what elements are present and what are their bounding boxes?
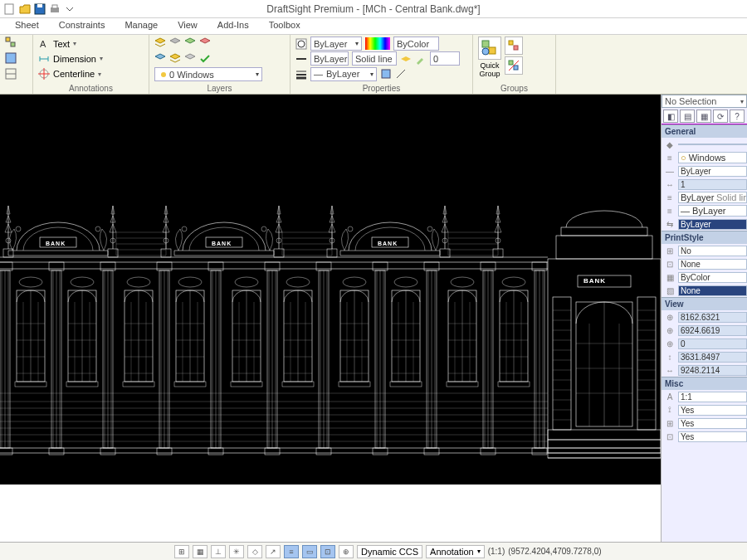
hatch-icon[interactable] — [5, 52, 17, 64]
prop-view-x[interactable]: 8162.6321 — [678, 312, 747, 323]
annotation-dropdown[interactable]: Annotation▾ — [426, 545, 485, 558]
section-misc[interactable]: Misc — [662, 377, 747, 390]
open-icon[interactable] — [18, 2, 32, 16]
qinput-icon[interactable]: ▭ — [302, 545, 317, 558]
linetype-icon[interactable] — [295, 53, 307, 65]
quickgroup-button[interactable]: Quick Group — [478, 37, 501, 78]
svg-rect-127 — [548, 430, 661, 440]
text-button[interactable]: AText▾ — [38, 37, 103, 51]
save-icon[interactable] — [33, 2, 46, 16]
layer-iso-icon[interactable] — [154, 53, 166, 65]
cycle-icon[interactable]: ⊡ — [320, 545, 335, 558]
prop-ps-c[interactable]: ByColor — [678, 272, 747, 283]
props-selection[interactable]: No Selection▾ — [662, 95, 747, 108]
check-icon[interactable] — [199, 53, 211, 65]
polar-icon[interactable]: ✳ — [229, 545, 244, 558]
esnap-icon[interactable]: ◇ — [247, 545, 262, 558]
layer-color-icon — [158, 69, 169, 80]
scale-icon[interactable] — [395, 68, 407, 80]
layer-uniso-icon[interactable] — [169, 53, 181, 65]
rainbow-icon[interactable] — [365, 37, 390, 50]
lineweight-dropdown[interactable]: —ByLayer▾ — [310, 67, 377, 81]
layer-freeze-icon[interactable] — [184, 37, 196, 49]
etrack-icon[interactable]: ↗ — [266, 545, 281, 558]
prop-style3[interactable]: — ByLayer — [678, 205, 747, 217]
print-icon[interactable] — [48, 2, 61, 16]
color-icon[interactable] — [295, 38, 307, 50]
prop-view-z[interactable]: 0 — [678, 338, 747, 349]
prop-view-h[interactable]: 3631.8497 — [678, 352, 747, 363]
section-general[interactable]: General — [662, 124, 747, 138]
lineweight2-icon[interactable] — [295, 68, 307, 80]
misc-b-icon: ⟟ — [662, 405, 678, 415]
prop-layer[interactable]: ○ Windows — [678, 152, 747, 163]
tab-addins[interactable]: Add-Ins — [208, 18, 259, 34]
prop-view-w[interactable]: 9248.2114 — [678, 365, 747, 376]
prop-scale[interactable]: 1 — [678, 179, 747, 190]
linestyle-value: Solid line — [355, 54, 393, 64]
view-y-icon: ⊕ — [662, 326, 678, 335]
prop-misc-d[interactable]: Yes — [678, 431, 747, 442]
ucs-icon[interactable]: ⊕ — [339, 545, 354, 558]
dimension-button[interactable]: Dimension▾ — [38, 51, 103, 66]
layer-match-icon[interactable] — [184, 53, 196, 65]
tab-toolbox[interactable]: Toolbox — [259, 18, 310, 34]
snap-icon[interactable]: ⊞ — [174, 545, 189, 558]
svg-rect-24 — [382, 70, 390, 78]
section-view[interactable]: View — [662, 297, 747, 310]
tab-sheet[interactable]: Sheet — [5, 18, 49, 34]
layer-manager-icon[interactable] — [154, 37, 166, 49]
color-dropdown[interactable]: ByLayer▾ — [310, 37, 362, 51]
grid-icon[interactable]: ▦ — [193, 545, 208, 558]
svg-rect-29 — [509, 41, 513, 45]
ribbon-panel-properties: ByLayer▾ ByColor ByLayer Solid line 0 —B… — [290, 35, 473, 94]
ortho-icon[interactable]: ⊥ — [211, 545, 226, 558]
props-tool-3[interactable]: ▦ — [696, 110, 711, 123]
prop-color[interactable] — [678, 144, 747, 145]
layer-dropdown[interactable]: 0 Windows ▾ — [154, 67, 262, 81]
linetype-dropdown[interactable]: ByLayer — [310, 51, 349, 66]
props-tool-2[interactable]: ▤ — [680, 110, 695, 123]
table-icon[interactable] — [5, 68, 17, 80]
prop-view-y[interactable]: 6924.6619 — [678, 325, 747, 336]
props-tool-1[interactable]: ◧ — [663, 110, 678, 123]
dynamicccs-dropdown[interactable]: Dynamic CCS — [357, 545, 422, 558]
block-icon[interactable] — [5, 37, 17, 48]
bycolor-dropdown[interactable]: ByColor — [393, 37, 439, 51]
coord-readout: (9572.4204,4709.7278,0) — [508, 547, 601, 556]
matchprops-icon[interactable] — [380, 68, 392, 80]
prop-misc-a[interactable]: 1:1 — [678, 392, 747, 402]
prop-misc-c[interactable]: Yes — [678, 418, 747, 429]
canvas-wrap: BANK BANK BANK BANK — [0, 95, 661, 542]
svg-rect-128 — [548, 440, 661, 448]
prop-style2[interactable]: ByLayer Solid line — [678, 192, 747, 203]
layer-prefix: 0 — [169, 70, 174, 80]
chevron-down-icon[interactable] — [63, 2, 76, 16]
zero-dropdown[interactable]: 0 — [430, 51, 460, 66]
prop-misc-b[interactable]: Yes — [678, 405, 747, 416]
ps-a-icon: ⊞ — [662, 246, 678, 256]
props-tool-4[interactable]: ⟳ — [713, 110, 728, 123]
bank-sign-2: BANK — [212, 241, 232, 246]
props-help-icon[interactable]: ? — [730, 110, 745, 123]
lwt-icon[interactable]: ≡ — [284, 545, 299, 558]
section-printstyle[interactable]: PrintStyle — [662, 231, 747, 244]
centerline-button[interactable]: Centerline▾ — [38, 67, 103, 81]
tab-view[interactable]: View — [168, 18, 208, 34]
prop-weight[interactable]: ByLayer — [678, 219, 747, 230]
prop-ps-b[interactable]: None — [678, 259, 747, 270]
prop-ps-a[interactable]: No — [678, 246, 747, 256]
paintbrush-icon[interactable] — [415, 53, 427, 65]
tab-constraints[interactable]: Constraints — [49, 18, 115, 34]
ungroup-icon[interactable] — [505, 56, 523, 75]
drawing-canvas[interactable]: BANK BANK BANK BANK — [0, 95, 661, 485]
layer-lock-icon[interactable] — [199, 37, 211, 49]
layer-off-icon[interactable] — [169, 37, 181, 49]
group-edit-icon[interactable] — [505, 37, 523, 55]
new-icon[interactable] — [3, 2, 17, 16]
prop-ps-d[interactable]: None — [678, 285, 747, 296]
lineweight-icon[interactable] — [400, 53, 412, 65]
prop-linestyle[interactable]: ByLayer — [678, 166, 747, 177]
linestyle-dropdown[interactable]: Solid line — [352, 51, 397, 66]
tab-manage[interactable]: Manage — [115, 18, 168, 34]
